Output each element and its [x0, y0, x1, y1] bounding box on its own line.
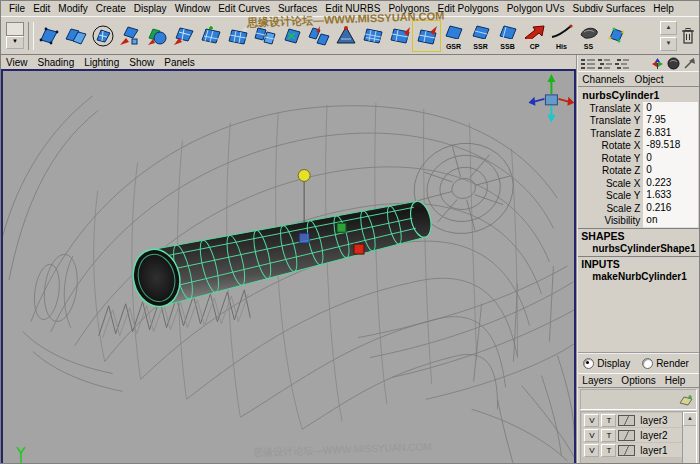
attr-label[interactable]: Rotate Y	[578, 153, 643, 164]
trash-icon[interactable]	[681, 27, 695, 45]
channel-layout-2-icon[interactable]	[598, 58, 612, 70]
shelf-quad-x-icon[interactable]	[278, 21, 305, 51]
shelf-split-faces-icon[interactable]	[305, 21, 332, 51]
menu-surfaces[interactable]: Surfaces	[274, 3, 321, 14]
attr-label[interactable]: Translate X	[578, 103, 643, 114]
attr-label[interactable]: Rotate Z	[578, 165, 643, 176]
help-menu[interactable]: Help	[665, 375, 686, 386]
attr-label[interactable]: Translate Y	[578, 115, 643, 126]
menu-edit-polygons[interactable]: Edit Polygons	[434, 3, 503, 14]
color-manip-icon[interactable]	[651, 57, 664, 70]
layer-color-swatch[interactable]	[618, 415, 635, 426]
attr-value-field[interactable]: 7.95	[643, 114, 698, 128]
layer-name[interactable]: layer3	[637, 415, 667, 426]
render-radio-dot[interactable]	[642, 358, 653, 369]
channel-layout-3-icon[interactable]	[615, 58, 629, 70]
menu-edit-curves[interactable]: Edit Curves	[214, 3, 274, 14]
attr-value-field[interactable]: 0	[643, 152, 698, 166]
layer-visible-toggle[interactable]: V	[584, 429, 599, 442]
layer-template-toggle[interactable]: T	[601, 414, 616, 427]
options-menu[interactable]: Options	[621, 375, 655, 386]
attr-value-field[interactable]: 1.633	[643, 189, 698, 203]
layer-row-3[interactable]: V T layer3	[582, 413, 682, 427]
attr-value-field[interactable]: 0.216	[643, 202, 698, 216]
manipulator-green-handle[interactable]	[337, 223, 346, 232]
display-radio[interactable]: Display	[583, 358, 630, 369]
object-menu[interactable]: Object	[635, 74, 664, 85]
menu-help[interactable]: Help	[649, 3, 678, 14]
shelf-grid2-icon[interactable]	[359, 21, 386, 51]
attr-label[interactable]: Rotate X	[578, 140, 643, 151]
select-arrow-icon[interactable]	[683, 57, 696, 70]
display-radio-dot[interactable]	[583, 358, 594, 369]
menu-polygons[interactable]: Polygons	[384, 3, 433, 14]
shelf-poly-circled-mesh-icon[interactable]	[89, 21, 116, 51]
view-compass-icon[interactable]	[528, 74, 574, 123]
shelf-dual-grid-icon[interactable]	[251, 21, 278, 51]
shape-node-name[interactable]: nurbsCylinderShape1	[578, 242, 699, 257]
menu-polygon-uvs[interactable]: Polygon UVs	[503, 3, 569, 14]
shelf-gsr-button[interactable]: GSR	[440, 21, 467, 51]
attr-value-field[interactable]: -89.518	[643, 139, 698, 153]
layer-name[interactable]: layer1	[637, 445, 667, 456]
menu-display[interactable]: Display	[130, 3, 171, 14]
render-sphere-icon[interactable]	[667, 57, 680, 70]
shelf-ssb-button[interactable]: SSB	[494, 21, 521, 51]
attr-value-field[interactable]: 6.831	[643, 127, 698, 141]
attr-label[interactable]: Visibility	[578, 215, 643, 226]
layer-scroll-up-icon[interactable]: ▲	[683, 412, 697, 426]
shelf-grid-icon[interactable]	[197, 21, 224, 51]
layer-row-2[interactable]: V T layer2	[582, 428, 682, 442]
attr-label[interactable]: Scale Z	[578, 203, 643, 214]
layer-template-toggle[interactable]: T	[601, 429, 616, 442]
menu-subdiv-surfaces[interactable]: Subdiv Surfaces	[568, 3, 649, 14]
attr-value-field[interactable]: 0.223	[643, 177, 698, 191]
shelf-grid-plus-icon[interactable]	[224, 21, 251, 51]
channel-layout-1-icon[interactable]	[581, 58, 595, 70]
shelf-combine-icon[interactable]	[143, 21, 170, 51]
render-radio[interactable]: Render	[642, 358, 689, 369]
viewport-menu-lighting[interactable]: Lighting	[84, 57, 125, 68]
shelf-ss-button[interactable]: SS	[575, 21, 602, 51]
shelf-poly-last-icon[interactable]	[602, 21, 629, 51]
layer-list-scrollbar[interactable]: ▲	[682, 412, 696, 464]
layer-color-swatch[interactable]	[618, 430, 635, 441]
selected-object-name[interactable]: nurbsCylinder1	[578, 87, 699, 102]
viewport-canvas[interactable]: 思缘设计论坛—WWW.MISSYUAN.COM	[1, 69, 576, 464]
shelf-grid-arrow-selected-icon[interactable]	[413, 21, 440, 51]
viewport-menu-panels[interactable]: Panels	[164, 57, 201, 68]
shelf-poly-dual-quad-icon[interactable]	[62, 21, 89, 51]
show-manipulator-handle[interactable]	[298, 170, 310, 223]
shelf-scroll-up-icon[interactable]: ▲	[660, 21, 677, 35]
manipulator-blue-handle[interactable]	[299, 233, 309, 243]
manipulator-red-handle[interactable]	[354, 244, 364, 254]
layer-template-toggle[interactable]: T	[601, 444, 616, 457]
layer-row-1[interactable]: V T layer1	[582, 443, 682, 457]
menu-file[interactable]: File	[5, 3, 29, 14]
attr-label[interactable]: Scale Y	[578, 190, 643, 201]
shelf-mesh-arrow-icon[interactable]	[170, 21, 197, 51]
channels-menu[interactable]: Channels	[582, 74, 624, 85]
menu-modify[interactable]: Modify	[54, 3, 91, 14]
nurbs-cylinder[interactable]	[127, 199, 434, 311]
layer-visible-toggle[interactable]: V	[584, 444, 599, 457]
menu-create[interactable]: Create	[92, 3, 130, 14]
menu-window[interactable]: Window	[171, 3, 215, 14]
layers-menu[interactable]: Layers	[582, 375, 612, 386]
layer-visible-toggle[interactable]: V	[584, 414, 599, 427]
shelf-cone-icon[interactable]	[332, 21, 359, 51]
attr-value-field[interactable]: 0	[643, 164, 698, 178]
attr-value-field[interactable]: 0	[643, 102, 698, 116]
viewport-menu-view[interactable]: View	[6, 57, 34, 68]
menu-edit-nurbs[interactable]: Edit NURBS	[321, 3, 384, 14]
input-node-name[interactable]: makeNurbCylinder1	[578, 270, 699, 284]
shelf-cp-button[interactable]: CP	[521, 21, 548, 51]
shelf-tab-arrow-icon[interactable]: ▼	[6, 36, 24, 49]
shelf-scroll-down-icon[interactable]: ▼	[660, 37, 677, 51]
viewport-menu-shading[interactable]: Shading	[38, 57, 81, 68]
shelf-poly-quad-icon[interactable]	[35, 21, 62, 51]
attr-value-field[interactable]: on	[643, 214, 698, 228]
menu-edit[interactable]: Edit	[29, 3, 54, 14]
layer-name[interactable]: layer2	[637, 430, 667, 441]
attr-label[interactable]: Scale X	[578, 178, 643, 189]
